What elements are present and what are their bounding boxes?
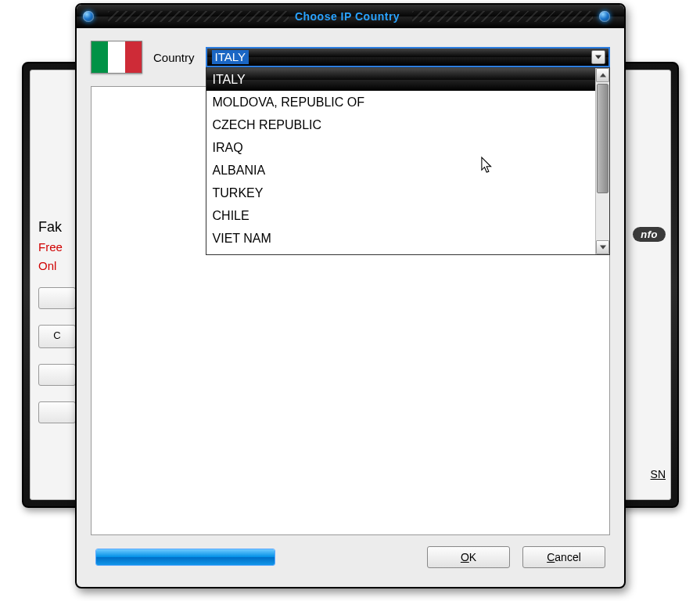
- background-red-text-1: Free: [38, 240, 76, 254]
- dropdown-option[interactable]: ITALY: [206, 68, 595, 91]
- titlebar-decoration-right: [412, 11, 593, 22]
- country-dropdown-list: ITALYMOLDOVA, REPUBLIC OFCZECH REPUBLICI…: [206, 67, 610, 255]
- background-button-2[interactable]: C: [38, 325, 76, 348]
- titlebar-orb-icon-right: [599, 11, 610, 22]
- country-combobox-value: ITALY: [212, 50, 249, 64]
- ok-button[interactable]: OK: [427, 546, 510, 568]
- titlebar-orb-icon: [83, 11, 94, 22]
- background-sn-link[interactable]: SN: [651, 468, 666, 480]
- country-flag-italy: [91, 41, 142, 74]
- chevron-down-icon[interactable]: [591, 50, 605, 64]
- progress-bar: [95, 549, 275, 566]
- dropdown-option[interactable]: CHILE: [206, 204, 595, 227]
- background-button-4[interactable]: [38, 401, 76, 423]
- background-heading: Fak: [38, 219, 76, 236]
- dropdown-scrollbar[interactable]: [595, 68, 609, 254]
- dropdown-option[interactable]: TURKEY: [206, 182, 595, 204]
- dialog-client-area: Country ITALY ITALYMOLDOVA, REPUBLIC OFC…: [81, 33, 619, 582]
- scroll-down-icon[interactable]: [596, 240, 609, 254]
- dialog-titlebar[interactable]: Choose IP Country: [77, 5, 624, 28]
- scroll-up-icon[interactable]: [596, 68, 609, 82]
- background-button-1[interactable]: [38, 287, 76, 309]
- cancel-button[interactable]: Cancel: [522, 546, 605, 568]
- country-label: Country: [153, 51, 195, 64]
- info-badge: nfo: [633, 227, 666, 242]
- titlebar-decoration-left: [108, 11, 289, 22]
- dropdown-option[interactable]: MOLDOVA, REPUBLIC OF: [206, 91, 595, 113]
- dialog-title: Choose IP Country: [295, 10, 400, 23]
- country-combobox[interactable]: ITALY: [206, 47, 610, 67]
- dropdown-option[interactable]: ALBANIA: [206, 159, 595, 182]
- dropdown-option[interactable]: IRAQ: [206, 136, 595, 159]
- dropdown-option[interactable]: CZECH REPUBLIC: [206, 113, 595, 136]
- background-red-text-2: Onl: [38, 259, 76, 273]
- background-button-3[interactable]: [38, 364, 76, 386]
- scrollbar-thumb[interactable]: [597, 84, 608, 193]
- dropdown-option[interactable]: VIET NAM: [206, 227, 595, 250]
- choose-ip-country-dialog: Choose IP Country Country ITALY ITALYMOL…: [75, 3, 626, 588]
